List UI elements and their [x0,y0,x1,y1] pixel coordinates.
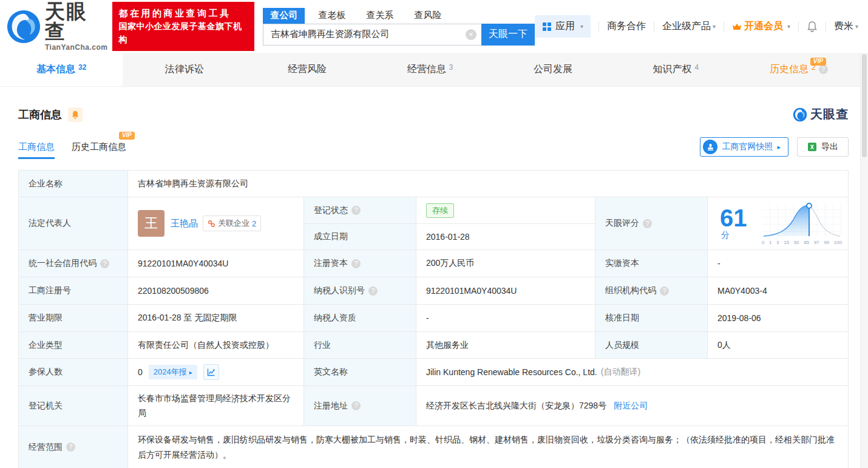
search-tab-risk[interactable]: 查风险 [407,8,449,24]
legal-rep-avatar[interactable]: 王 [138,210,164,237]
reg-number-label: 工商注册号 [19,277,128,305]
reg-authority-label: 登记机关 [19,386,128,426]
industry-value: 其他服务业 [416,332,595,359]
trend-chart-icon[interactable] [203,364,219,380]
tab-operation-info[interactable]: 经营信息3 [368,53,491,86]
insured-count-label: 参保人数 [19,359,128,386]
clear-search-icon[interactable]: × [466,29,476,40]
business-scope-value: 环保设备研发与销售，废旧纺织品研发与销售，防寒大棚被加工与销售，时装、针织品、钢… [128,426,849,468]
page-scrollbar[interactable] [860,53,868,468]
divider [654,22,654,32]
tianyancha-logo[interactable]: 天眼查 TianYanCha.com [6,1,107,52]
nav-open-vip[interactable]: 开通会员 ▾ [732,20,790,33]
score-value: 61 [720,205,747,231]
page: 天眼查 TianYanCha.com 都在用的商业查询工具 国家中小企业发展子基… [0,0,868,468]
search-tab-company[interactable]: 查公司 [263,8,305,24]
nearby-companies-link[interactable]: 附近公司 [614,401,648,412]
search-tabs: 查公司 查老板 查关系 查风险 [263,8,534,24]
official-snapshot-button[interactable]: 工商官网快照 ▸ [700,137,788,157]
legal-rep-name-link[interactable]: 王艳晶 [171,218,198,229]
vip-badge: VIP [119,132,135,140]
help-icon[interactable]: ? [660,287,669,296]
paid-capital-value: - [708,250,849,277]
top-header: 天眼查 TianYanCha.com 都在用的商业查询工具 国家中小企业发展子基… [0,0,868,53]
taxpayer-id-value: 91220101MA0Y40034U [416,277,595,305]
chevron-down-icon: ▾ [787,23,790,30]
tab-company-development[interactable]: 公司发展 [492,53,614,86]
search-tab-boss[interactable]: 查老板 [311,8,353,24]
slogan-line-2: 国家中小企业发展子基金旗下机构 [118,20,248,46]
help-icon[interactable]: ? [351,259,361,268]
apps-grid-icon [542,22,552,32]
english-name-label: 英文名称 [304,359,416,386]
company-name-label: 企业名称 [19,171,128,197]
tab-legal-litigation[interactable]: 法律诉讼 [123,53,245,86]
tab-count: 32 [78,63,86,72]
help-icon[interactable]: ? [368,287,378,296]
search-button[interactable]: 天眼一下 [481,24,535,46]
approval-date-label: 核准日期 [595,305,708,332]
top-nav: 应用 ▾ 商务合作 企业级产品 ▾ 开通会员 ▾ [535,15,858,38]
business-term-label: 营业期限 [19,305,128,332]
help-icon[interactable]: ? [100,259,109,268]
tab-operation-risk[interactable]: 经营风险 [246,53,368,86]
reg-address-label: 注册地址? [304,386,416,426]
tab-intellectual-property[interactable]: 知识产权4 [614,53,737,86]
taxpayer-quality-label: 纳税人资质 [304,305,416,332]
stamp-icon [703,140,717,154]
help-icon[interactable]: ? [643,219,652,228]
arrow-right-icon: ▸ [189,369,192,376]
tianyan-score: 61分 [708,197,849,250]
reg-capital-label: 注册资本? [304,250,416,277]
paid-capital-label: 实缴资本 [595,250,708,277]
export-button[interactable]: 导出 [797,137,849,157]
reg-authority-value: 长春市市场监督管理局经济技术开发区分局 [128,386,304,426]
related-link-icon [208,220,215,228]
nav-user-menu[interactable]: 费米 ▾ [834,20,858,33]
related-companies-badge[interactable]: 关联企业 2 [203,215,261,231]
taxpayer-id-label: 纳税人识别号? [304,277,416,305]
notifications-bell-icon[interactable] [807,21,818,32]
help-icon[interactable]: ? [351,206,361,215]
search-block: 查公司 查老板 查关系 查风险 × 天眼一下 [263,8,534,46]
subtab-business-info[interactable]: 工商信息 [18,141,55,159]
divider [798,22,799,32]
username: 费米 [834,20,853,33]
slogan-banner: 都在用的商业查询工具 国家中小企业发展子基金旗下机构 [112,2,254,51]
annual-report-badge[interactable]: 2024年报 ▸ [149,365,197,379]
tab-history-info[interactable]: VIP 历史信息2 ? [737,53,860,86]
subscribe-bell-icon[interactable] [68,107,83,122]
subtab-history-business-info[interactable]: VIP 历史工商信息 [72,141,126,159]
score-label: 天眼评分? [595,197,708,250]
business-term-value: 2016-01-28 至 无固定期限 [128,305,304,332]
company-name-value: 吉林省坤腾再生资源有限公司 [128,171,849,197]
search-tab-relation[interactable]: 查关系 [359,8,401,24]
reg-address-value: 经济开发区长吉北线兴隆大街（安龙泉）7298号 附近公司 [416,386,849,426]
excel-icon [807,142,817,152]
legal-rep-label: 法定代表人 [19,197,128,250]
credit-code-label: 统一社会信用代码? [19,250,128,277]
reg-number-value: 220108200509806 [128,277,304,305]
chevron-down-icon: ▾ [580,23,583,30]
staff-size-label: 人员规模 [595,332,708,359]
nav-business-cooperation[interactable]: 商务合作 [607,20,646,33]
tab-count: 2 [812,63,816,72]
slogan-line-1: 都在用的商业查询工具 [118,6,248,20]
nav-enterprise-products[interactable]: 企业级产品 ▾ [662,20,716,33]
search-input[interactable] [263,24,481,45]
insured-count-value: 0 2024年报 ▸ [128,359,304,386]
status-badge: 存续 [426,203,454,218]
staff-size-value: 0人 [708,332,849,359]
tab-basic-info[interactable]: 基本信息32 [0,53,123,86]
apps-menu-button[interactable]: 应用 ▾ [535,15,591,38]
credit-code-value: 91220101MA0Y40034U [128,250,304,277]
main-content: 工商信息 天眼查 工商信息 VIP 历史工商信息 [0,87,868,468]
help-icon[interactable]: ? [66,443,75,452]
reg-status-value: 存续 [416,197,595,224]
help-icon[interactable]: ? [819,65,828,74]
divider [598,22,599,32]
scrollbar-thumb[interactable] [862,54,867,157]
help-icon[interactable]: ? [351,401,361,410]
company-detail-tabs: 基本信息32 法律诉讼 经营风险 经营信息3 公司发展 知识产权4 VIP 历史… [0,53,860,87]
tianyancha-watermark-logo: 天眼查 [793,106,849,123]
